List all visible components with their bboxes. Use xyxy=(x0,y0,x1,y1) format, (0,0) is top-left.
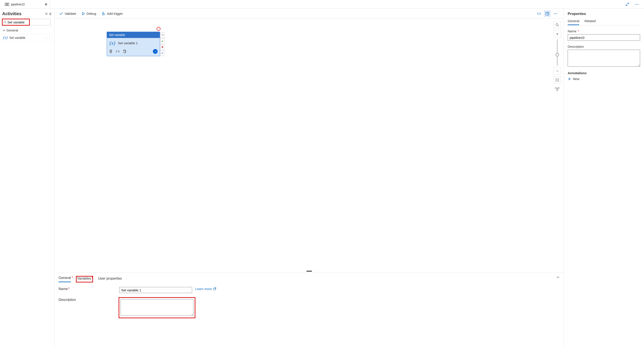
port-success-icon[interactable]: ✔ xyxy=(160,38,164,44)
auto-layout-icon[interactable] xyxy=(554,86,561,93)
tab-variables[interactable]: Variables 1 xyxy=(76,276,93,282)
collapse-panel-icon[interactable] xyxy=(556,276,560,279)
add-annotation-button[interactable]: New xyxy=(568,77,640,81)
variable-icon: (x) xyxy=(110,40,115,46)
zoom-out-icon[interactable]: − xyxy=(554,67,561,75)
search-icon xyxy=(4,21,6,24)
port-fail-icon[interactable]: ✖ xyxy=(160,45,164,50)
pipeline-toolbar: Validate Debug Add trigger xyxy=(55,9,564,19)
badge-1-icon: 1 xyxy=(72,275,73,278)
svg-rect-1 xyxy=(6,3,8,6)
activities-search-highlight xyxy=(2,19,30,25)
canvas-node-set-variable[interactable]: Set variable (x) Set variable 1 xyxy=(107,32,160,56)
editor-tab-title: pipeline10 xyxy=(11,3,25,6)
debug-button[interactable]: Debug xyxy=(82,12,96,16)
svg-point-6 xyxy=(4,21,6,23)
collapse-categories-icon[interactable] xyxy=(45,12,48,16)
canvas-search-icon[interactable] xyxy=(554,21,561,29)
copy-node-icon[interactable] xyxy=(123,50,126,53)
svg-point-11 xyxy=(554,13,554,14)
svg-point-13 xyxy=(556,13,557,14)
code-view-icon[interactable] xyxy=(536,11,542,17)
learn-more-link[interactable]: Learn more xyxy=(195,287,216,291)
properties-toggle-icon[interactable] xyxy=(544,11,550,17)
chevron-down-icon xyxy=(2,29,5,32)
tab-label: General xyxy=(58,276,71,280)
more-menu-icon[interactable] xyxy=(634,1,640,8)
add-trigger-button[interactable]: Add trigger xyxy=(102,12,123,16)
tab-user-properties[interactable]: User properties xyxy=(98,277,122,282)
description-label: Description xyxy=(58,298,119,302)
node-name-label: Set variable 1 xyxy=(118,41,138,45)
drag-handle-icon: ⋮⋮⋮ xyxy=(43,36,51,40)
debug-label: Debug xyxy=(86,12,96,16)
activity-name-input[interactable] xyxy=(119,287,192,293)
external-link-icon xyxy=(213,287,216,290)
description-highlight xyxy=(119,298,195,317)
expand-window-icon[interactable] xyxy=(624,1,630,8)
svg-rect-18 xyxy=(555,87,556,89)
port-skip-icon[interactable]: ↷ xyxy=(160,32,164,38)
svg-rect-0 xyxy=(5,3,6,6)
plus-icon xyxy=(568,77,571,81)
svg-rect-19 xyxy=(558,87,559,89)
category-general[interactable]: General xyxy=(2,29,52,32)
collapse-sidebar-icon[interactable] xyxy=(49,12,52,16)
activity-description-input[interactable] xyxy=(120,299,194,316)
pipeline-description-input[interactable] xyxy=(568,50,640,67)
validate-label: Validate xyxy=(64,12,76,16)
category-label: General xyxy=(6,29,18,32)
pipeline-icon xyxy=(5,3,9,6)
svg-rect-14 xyxy=(124,51,126,53)
properties-panel: Properties General Related Name * Descri… xyxy=(564,9,644,346)
activity-details-panel: General 1 Variables 1 User properties Na… xyxy=(55,272,564,346)
annotation-circle-icon xyxy=(156,27,160,31)
svg-line-16 xyxy=(558,26,559,27)
activities-heading: Activities xyxy=(2,11,22,16)
zoom-in-icon[interactable]: + xyxy=(554,30,561,38)
svg-rect-21 xyxy=(213,288,215,290)
pipeline-canvas[interactable]: Set variable (x) Set variable 1 xyxy=(55,19,564,270)
add-trigger-label: Add trigger xyxy=(107,12,123,16)
toolbar-more-icon[interactable] xyxy=(552,11,559,17)
badge-1-icon: 1 xyxy=(92,276,93,279)
svg-line-7 xyxy=(6,23,6,24)
pipeline-description-label: Description xyxy=(568,45,640,48)
svg-point-15 xyxy=(556,24,558,26)
code-node-icon[interactable] xyxy=(116,50,120,53)
canvas-zoom-tools: + − xyxy=(554,21,561,93)
node-output-ports: ↷ ✔ ✖ ✔ xyxy=(160,32,164,56)
tab-label: Variables xyxy=(77,277,91,280)
properties-tab-general[interactable]: General xyxy=(568,19,579,25)
pipeline-name-input[interactable] xyxy=(568,34,640,41)
svg-point-4 xyxy=(636,4,637,5)
panel-splitter[interactable] xyxy=(55,270,564,272)
svg-point-5 xyxy=(638,4,638,5)
svg-rect-2 xyxy=(8,3,9,6)
activity-item-label: Set variable xyxy=(9,36,25,40)
annotations-heading: Annotations xyxy=(568,71,640,75)
run-node-icon[interactable]: → xyxy=(153,49,158,54)
activity-set-variable[interactable]: (x) Set variable ⋮⋮⋮ xyxy=(2,34,52,42)
port-completion-icon[interactable]: ✔ xyxy=(160,50,164,56)
validate-button[interactable]: Validate xyxy=(60,12,76,16)
editor-tab-pipeline[interactable]: pipeline10 xyxy=(2,0,50,9)
properties-tab-related[interactable]: Related xyxy=(584,19,596,25)
variable-icon: (x) xyxy=(3,35,8,40)
svg-point-3 xyxy=(635,4,636,5)
svg-point-12 xyxy=(555,13,556,14)
delete-node-icon[interactable] xyxy=(109,50,112,53)
name-label: Name* xyxy=(58,287,119,291)
editor-area: Validate Debug Add trigger xyxy=(55,9,564,346)
fit-to-screen-icon[interactable] xyxy=(554,76,561,84)
tab-label: User properties xyxy=(98,277,122,280)
learn-more-label: Learn more xyxy=(195,287,212,291)
svg-rect-8 xyxy=(546,12,549,15)
tab-bar: pipeline10 xyxy=(0,0,644,9)
pipeline-name-label: Name * xyxy=(568,29,640,33)
properties-heading: Properties xyxy=(568,12,640,16)
tab-general[interactable]: General 1 xyxy=(58,276,71,282)
new-label: New xyxy=(573,77,580,81)
zoom-slider[interactable] xyxy=(557,40,558,66)
unsaved-indicator-icon xyxy=(45,3,47,6)
